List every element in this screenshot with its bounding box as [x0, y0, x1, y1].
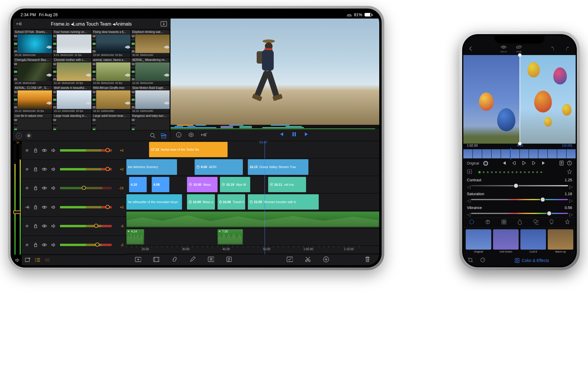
- record-indicator[interactable]: [26, 133, 32, 139]
- tab-spiral-icon[interactable]: [533, 219, 539, 226]
- pause-button[interactable]: [291, 132, 297, 138]
- mixer-view-button[interactable]: [35, 258, 41, 262]
- track-lock-icon[interactable]: [34, 224, 38, 228]
- pager-dot[interactable]: [507, 171, 509, 173]
- track-visibility-icon[interactable]: [42, 149, 47, 152]
- slider-knob[interactable]: [547, 211, 551, 215]
- info-icon[interactable]: [176, 132, 182, 138]
- meters-view-button[interactable]: [45, 258, 51, 262]
- track-visibility-icon[interactable]: [42, 167, 47, 171]
- fader-knob[interactable]: [82, 186, 86, 190]
- preset-warm-up[interactable]: Warm-up: [548, 229, 573, 253]
- track-lock-icon[interactable]: [34, 167, 38, 172]
- slider-knob[interactable]: [541, 198, 545, 202]
- favorite-button[interactable]: [208, 256, 214, 264]
- approve-button[interactable]: [286, 256, 293, 264]
- timeline-clip[interactable]: ✣10.06Travel li: [218, 194, 245, 210]
- edit-button[interactable]: [189, 256, 196, 264]
- tab-grid-icon[interactable]: [501, 219, 507, 226]
- slider-decrease-icon[interactable]: ◁: [467, 198, 470, 201]
- timeline-row[interactable]: 4.147.00: [126, 228, 379, 246]
- track-link-icon[interactable]: [25, 186, 29, 190]
- delete-button[interactable]: [365, 256, 371, 264]
- pager-dot[interactable]: [479, 171, 480, 173]
- timeline-clip[interactable]: ✣8.00AERI: [195, 159, 243, 175]
- undo-button[interactable]: [550, 46, 556, 52]
- track-link-icon[interactable]: [25, 148, 29, 153]
- track-mute-icon[interactable]: [51, 205, 56, 210]
- slider-knob[interactable]: [514, 184, 518, 188]
- timeline-clip[interactable]: 16.15Grass Valley Stream Trav: [248, 159, 308, 175]
- track-mute-icon[interactable]: [51, 186, 56, 190]
- pager-dot[interactable]: [491, 171, 493, 173]
- fader-knob[interactable]: [95, 243, 99, 247]
- library-clip[interactable]: School Of Fish. Sharks… 29.29 3840x2160: [14, 30, 52, 57]
- fader-knob[interactable]: [106, 167, 110, 171]
- fader-knob[interactable]: [106, 148, 110, 152]
- fader-knob[interactable]: [106, 205, 110, 209]
- track-lock-icon[interactable]: [34, 148, 38, 153]
- iphone-filmstrip[interactable]: [463, 149, 576, 158]
- library-clip[interactable]: Elephant drinking wat… 30.02 3840x2160: [131, 30, 170, 57]
- timeline-clip[interactable]: ✣10.00Mass: [187, 177, 217, 192]
- timeline-row[interactable]: ker Admires Scenery✣8.00AERI16.15Grass V…: [126, 158, 379, 176]
- preview-video[interactable]: [171, 19, 379, 125]
- pager-dot[interactable]: [536, 171, 538, 173]
- track-fader[interactable]: [60, 206, 112, 208]
- preset-original[interactable]: Original: [466, 229, 491, 253]
- slider-decrease-icon[interactable]: ◁: [467, 184, 470, 187]
- speed-button[interactable]: [480, 257, 486, 264]
- cut-button[interactable]: [305, 256, 311, 264]
- timeline-clip[interactable]: ✣10.19Alps M: [220, 177, 250, 192]
- library-clip[interactable]: Kangaroo and baby kan…: [131, 114, 170, 130]
- pager-dot[interactable]: [532, 171, 534, 173]
- favorite-star-button[interactable]: [567, 169, 572, 175]
- track-visibility-icon[interactable]: [42, 224, 47, 228]
- slider-rail[interactable]: ◁ ▷: [467, 183, 572, 188]
- track-mute-icon[interactable]: [51, 148, 56, 153]
- library-clip[interactable]: Cheetah mother with c… 21.15 3840x2160 2…: [53, 58, 91, 85]
- track-visibility-icon[interactable]: [42, 186, 47, 190]
- preview-overview-strip[interactable]: [171, 125, 379, 129]
- timeline-row[interactable]: he silhouette of the mountain bicyc✣10.0…: [126, 193, 379, 211]
- notes-button[interactable]: [226, 256, 232, 264]
- master-fader-knob[interactable]: [13, 210, 21, 214]
- next-clip-button[interactable]: [304, 132, 310, 138]
- track-lock-icon[interactable]: [34, 243, 38, 247]
- footer-mode-label[interactable]: Color & Effects: [514, 258, 549, 263]
- timeline-row[interactable]: 17.12Aerial view of the Teide Na: [126, 141, 379, 158]
- track-fader[interactable]: [60, 149, 112, 152]
- track-visibility-icon[interactable]: [42, 205, 47, 209]
- library-clip[interactable]: AERIAL_ Meandering riv… 13.18 3840x2160: [131, 58, 170, 85]
- library-clip[interactable]: Wild African Giraffe.mov 16.10 1920x1080: [92, 86, 131, 113]
- marker-add-icon[interactable]: [188, 132, 194, 138]
- go-end-button[interactable]: [542, 161, 546, 166]
- slider-increase-icon[interactable]: ▷: [569, 198, 572, 201]
- timeline-clip[interactable]: ✣16.11old ma: [268, 177, 306, 192]
- playhead[interactable]: [265, 141, 265, 255]
- link-button[interactable]: [171, 256, 178, 264]
- download-preset-button[interactable]: [467, 169, 472, 175]
- pager-dot[interactable]: [516, 171, 517, 173]
- track-lock-icon[interactable]: [34, 205, 38, 210]
- step-back-button[interactable]: [512, 161, 516, 166]
- timeline-audio-clip[interactable]: 4.14: [126, 229, 144, 245]
- master-mute-icon[interactable]: [13, 255, 22, 265]
- library-clip[interactable]: Lion lie in nature.mov: [14, 114, 52, 130]
- tab-color-icon[interactable]: [469, 219, 475, 226]
- slider-rail[interactable]: ◁ ▷: [467, 197, 572, 202]
- timeline-clip[interactable]: 17.12Aerial view of the Teide Na: [149, 142, 228, 157]
- iphone-preview[interactable]: [463, 55, 576, 144]
- library-clip[interactable]: AERIAL, CLOSE UP_ Gol… 29.10 3840x2160 2…: [14, 86, 52, 113]
- tab-bulb-icon[interactable]: [549, 219, 554, 226]
- pager-dot[interactable]: [528, 171, 530, 173]
- timeline-ruler[interactable]: 20.0030.0040.0050.001:00.001:10.00: [126, 246, 379, 254]
- redo-button[interactable]: [564, 46, 570, 52]
- library-clip[interactable]: Slow Motion Bald Eagle… 16.19 1920x1080: [131, 86, 170, 113]
- preset-anti-green[interactable]: Anti-Green: [493, 229, 519, 253]
- track-visibility-icon[interactable]: [42, 243, 47, 247]
- pager-dot[interactable]: [487, 171, 489, 173]
- library-clip[interactable]: Large adult brown bear…: [92, 114, 131, 130]
- clipboard-button[interactable]: [559, 160, 564, 167]
- pager-dot[interactable]: [512, 171, 513, 173]
